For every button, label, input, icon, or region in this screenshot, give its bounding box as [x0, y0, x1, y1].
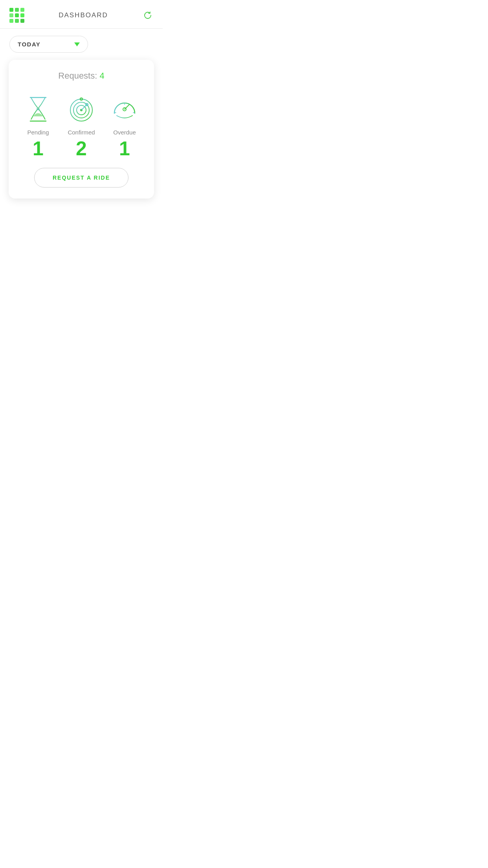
pending-count: 1 [33, 139, 44, 158]
request-ride-button[interactable]: REQUEST A RIDE [34, 168, 128, 188]
stat-confirmed: Confirmed 2 [60, 93, 103, 158]
target-icon [66, 93, 97, 124]
stats-row: Pending 1 [17, 93, 146, 158]
confirmed-label: Confirmed [68, 129, 95, 136]
overdue-count: 1 [119, 139, 130, 158]
overdue-label: Overdue [113, 129, 136, 136]
refresh-icon[interactable] [142, 10, 153, 21]
speedometer-icon [109, 93, 140, 124]
requests-title: Requests: 4 [17, 71, 146, 81]
date-label: TODAY [18, 41, 40, 48]
pending-label: Pending [27, 129, 49, 136]
menu-grid-icon[interactable] [9, 8, 24, 23]
chevron-down-icon [74, 42, 80, 46]
stat-pending: Pending 1 [17, 93, 60, 158]
hourglass-icon [22, 93, 54, 124]
page-title: DASHBOARD [59, 11, 108, 19]
confirmed-count: 2 [76, 139, 87, 158]
svg-line-9 [125, 105, 129, 109]
header: DASHBOARD [0, 0, 163, 29]
date-selector[interactable]: TODAY [9, 36, 88, 53]
requests-card: Requests: 4 [9, 60, 154, 199]
stat-overdue: Overdue 1 [103, 93, 146, 158]
requests-count: 4 [99, 71, 104, 81]
